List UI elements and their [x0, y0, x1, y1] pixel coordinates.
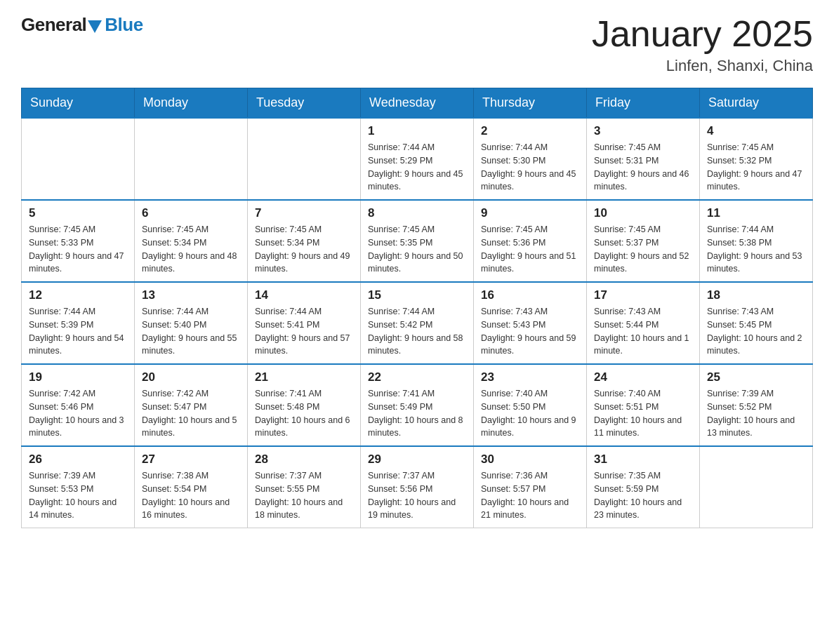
day-info: Sunrise: 7:40 AM Sunset: 5:50 PM Dayligh…: [481, 387, 579, 440]
day-info: Sunrise: 7:43 AM Sunset: 5:44 PM Dayligh…: [594, 305, 692, 358]
day-number: 2: [481, 124, 579, 138]
weekday-header-tuesday: Tuesday: [248, 88, 361, 119]
calendar-cell: 29Sunrise: 7:37 AM Sunset: 5:56 PM Dayli…: [361, 446, 474, 528]
calendar-cell: 20Sunrise: 7:42 AM Sunset: 5:47 PM Dayli…: [135, 364, 248, 446]
logo-triangle-icon: [88, 20, 102, 33]
weekday-header-saturday: Saturday: [700, 88, 813, 119]
calendar-cell: 8Sunrise: 7:45 AM Sunset: 5:35 PM Daylig…: [361, 200, 474, 282]
calendar-cell: 3Sunrise: 7:45 AM Sunset: 5:31 PM Daylig…: [587, 118, 700, 200]
calendar-table: SundayMondayTuesdayWednesdayThursdayFrid…: [21, 88, 813, 528]
calendar-cell: 6Sunrise: 7:45 AM Sunset: 5:34 PM Daylig…: [135, 200, 248, 282]
calendar-cell: 10Sunrise: 7:45 AM Sunset: 5:37 PM Dayli…: [587, 200, 700, 282]
day-number: 9: [481, 206, 579, 220]
calendar-cell: 1Sunrise: 7:44 AM Sunset: 5:29 PM Daylig…: [361, 118, 474, 200]
day-info: Sunrise: 7:41 AM Sunset: 5:49 PM Dayligh…: [368, 387, 466, 440]
day-number: 26: [29, 452, 127, 467]
calendar-cell: 25Sunrise: 7:39 AM Sunset: 5:52 PM Dayli…: [700, 364, 813, 446]
day-number: 25: [707, 370, 805, 384]
day-number: 23: [481, 370, 579, 384]
calendar-cell: 31Sunrise: 7:35 AM Sunset: 5:59 PM Dayli…: [587, 446, 700, 528]
title-area: January 2025 Linfen, Shanxi, China: [592, 14, 813, 75]
day-number: 10: [594, 206, 692, 220]
day-number: 3: [594, 124, 692, 138]
day-number: 6: [142, 206, 240, 220]
week-row-4: 19Sunrise: 7:42 AM Sunset: 5:46 PM Dayli…: [22, 364, 813, 446]
day-info: Sunrise: 7:44 AM Sunset: 5:41 PM Dayligh…: [255, 305, 353, 358]
day-info: Sunrise: 7:40 AM Sunset: 5:51 PM Dayligh…: [594, 387, 692, 440]
day-info: Sunrise: 7:44 AM Sunset: 5:30 PM Dayligh…: [481, 141, 579, 194]
week-row-3: 12Sunrise: 7:44 AM Sunset: 5:39 PM Dayli…: [22, 282, 813, 364]
weekday-header-wednesday: Wednesday: [361, 88, 474, 119]
day-info: Sunrise: 7:45 AM Sunset: 5:32 PM Dayligh…: [707, 141, 805, 194]
day-info: Sunrise: 7:44 AM Sunset: 5:38 PM Dayligh…: [707, 223, 805, 276]
day-info: Sunrise: 7:38 AM Sunset: 5:54 PM Dayligh…: [142, 469, 240, 522]
day-info: Sunrise: 7:42 AM Sunset: 5:47 PM Dayligh…: [142, 387, 240, 440]
day-info: Sunrise: 7:45 AM Sunset: 5:35 PM Dayligh…: [368, 223, 466, 276]
calendar-cell: 27Sunrise: 7:38 AM Sunset: 5:54 PM Dayli…: [135, 446, 248, 528]
day-number: 22: [368, 370, 466, 384]
day-info: Sunrise: 7:44 AM Sunset: 5:42 PM Dayligh…: [368, 305, 466, 358]
day-number: 24: [594, 370, 692, 384]
calendar-cell: 4Sunrise: 7:45 AM Sunset: 5:32 PM Daylig…: [700, 118, 813, 200]
calendar-cell: 15Sunrise: 7:44 AM Sunset: 5:42 PM Dayli…: [361, 282, 474, 364]
weekday-header-friday: Friday: [587, 88, 700, 119]
calendar-cell: 16Sunrise: 7:43 AM Sunset: 5:43 PM Dayli…: [474, 282, 587, 364]
day-info: Sunrise: 7:42 AM Sunset: 5:46 PM Dayligh…: [29, 387, 127, 440]
calendar-cell: 2Sunrise: 7:44 AM Sunset: 5:30 PM Daylig…: [474, 118, 587, 200]
day-number: 27: [142, 452, 240, 467]
weekday-header-sunday: Sunday: [22, 88, 135, 119]
day-number: 15: [368, 288, 466, 302]
day-number: 28: [255, 452, 353, 467]
day-info: Sunrise: 7:37 AM Sunset: 5:56 PM Dayligh…: [368, 469, 466, 522]
day-number: 1: [368, 124, 466, 138]
calendar-title: January 2025: [592, 14, 813, 54]
weekday-header-thursday: Thursday: [474, 88, 587, 119]
calendar-cell: 11Sunrise: 7:44 AM Sunset: 5:38 PM Dayli…: [700, 200, 813, 282]
calendar-cell: 12Sunrise: 7:44 AM Sunset: 5:39 PM Dayli…: [22, 282, 135, 364]
week-row-1: 1Sunrise: 7:44 AM Sunset: 5:29 PM Daylig…: [22, 118, 813, 200]
day-number: 12: [29, 288, 127, 302]
day-info: Sunrise: 7:45 AM Sunset: 5:37 PM Dayligh…: [594, 223, 692, 276]
day-info: Sunrise: 7:45 AM Sunset: 5:34 PM Dayligh…: [255, 223, 353, 276]
calendar-cell: [135, 118, 248, 200]
day-number: 30: [481, 452, 579, 467]
calendar-cell: 5Sunrise: 7:45 AM Sunset: 5:33 PM Daylig…: [22, 200, 135, 282]
week-row-5: 26Sunrise: 7:39 AM Sunset: 5:53 PM Dayli…: [22, 446, 813, 528]
day-number: 21: [255, 370, 353, 384]
calendar-cell: 18Sunrise: 7:43 AM Sunset: 5:45 PM Dayli…: [700, 282, 813, 364]
day-info: Sunrise: 7:36 AM Sunset: 5:57 PM Dayligh…: [481, 469, 579, 522]
calendar-cell: 19Sunrise: 7:42 AM Sunset: 5:46 PM Dayli…: [22, 364, 135, 446]
calendar-cell: 14Sunrise: 7:44 AM Sunset: 5:41 PM Dayli…: [248, 282, 361, 364]
calendar-cell: 17Sunrise: 7:43 AM Sunset: 5:44 PM Dayli…: [587, 282, 700, 364]
day-number: 8: [368, 206, 466, 220]
logo-blue-text: Blue: [105, 14, 143, 36]
day-number: 17: [594, 288, 692, 302]
day-number: 29: [368, 452, 466, 467]
day-info: Sunrise: 7:44 AM Sunset: 5:29 PM Dayligh…: [368, 141, 466, 194]
calendar-cell: 22Sunrise: 7:41 AM Sunset: 5:49 PM Dayli…: [361, 364, 474, 446]
logo: General Blue: [21, 14, 143, 36]
day-info: Sunrise: 7:44 AM Sunset: 5:40 PM Dayligh…: [142, 305, 240, 358]
calendar-cell: 24Sunrise: 7:40 AM Sunset: 5:51 PM Dayli…: [587, 364, 700, 446]
day-info: Sunrise: 7:45 AM Sunset: 5:33 PM Dayligh…: [29, 223, 127, 276]
day-info: Sunrise: 7:45 AM Sunset: 5:36 PM Dayligh…: [481, 223, 579, 276]
calendar-cell: 30Sunrise: 7:36 AM Sunset: 5:57 PM Dayli…: [474, 446, 587, 528]
day-number: 31: [594, 452, 692, 467]
day-number: 13: [142, 288, 240, 302]
day-number: 18: [707, 288, 805, 302]
day-info: Sunrise: 7:44 AM Sunset: 5:39 PM Dayligh…: [29, 305, 127, 358]
day-info: Sunrise: 7:41 AM Sunset: 5:48 PM Dayligh…: [255, 387, 353, 440]
calendar-cell: 9Sunrise: 7:45 AM Sunset: 5:36 PM Daylig…: [474, 200, 587, 282]
calendar-cell: 23Sunrise: 7:40 AM Sunset: 5:50 PM Dayli…: [474, 364, 587, 446]
calendar-cell: [248, 118, 361, 200]
day-number: 20: [142, 370, 240, 384]
day-number: 14: [255, 288, 353, 302]
day-info: Sunrise: 7:35 AM Sunset: 5:59 PM Dayligh…: [594, 469, 692, 522]
calendar-cell: 21Sunrise: 7:41 AM Sunset: 5:48 PM Dayli…: [248, 364, 361, 446]
weekday-header-row: SundayMondayTuesdayWednesdayThursdayFrid…: [22, 88, 813, 119]
day-info: Sunrise: 7:37 AM Sunset: 5:55 PM Dayligh…: [255, 469, 353, 522]
day-info: Sunrise: 7:39 AM Sunset: 5:52 PM Dayligh…: [707, 387, 805, 440]
day-info: Sunrise: 7:43 AM Sunset: 5:43 PM Dayligh…: [481, 305, 579, 358]
calendar-cell: 7Sunrise: 7:45 AM Sunset: 5:34 PM Daylig…: [248, 200, 361, 282]
page-header: General Blue January 2025 Linfen, Shanxi…: [21, 14, 813, 75]
